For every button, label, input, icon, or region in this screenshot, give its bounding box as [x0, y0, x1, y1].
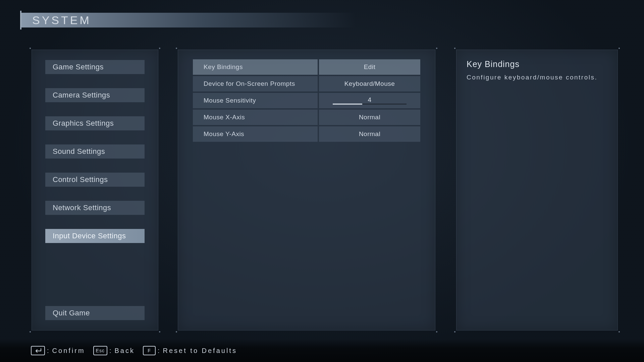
- page-title: SYSTEM: [32, 14, 91, 27]
- sidebar-item-label: Game Settings: [53, 63, 104, 71]
- sidebar-item-label: Network Settings: [53, 203, 111, 212]
- hint-action: Confirm: [52, 347, 85, 355]
- setting-label: Mouse Y-Axis: [193, 126, 318, 142]
- setting-value[interactable]: Keyboard/Mouse: [319, 76, 420, 92]
- setting-value[interactable]: Edit: [319, 59, 420, 75]
- enter-key-icon: [31, 346, 45, 355]
- setting-value[interactable]: 4: [319, 93, 420, 108]
- sidebar-item-game-settings[interactable]: Game Settings: [45, 60, 145, 74]
- setting-value-text: Keyboard/Mouse: [344, 80, 395, 87]
- sidebar-item-control-settings[interactable]: Control Settings: [45, 173, 145, 187]
- setting-value-text: Normal: [359, 114, 380, 121]
- description-title: Key Bindings: [467, 59, 607, 69]
- sidebar-item-label: Control Settings: [53, 175, 108, 184]
- footer-hints: :ConfirmEsc:BackF:Reset to Defaults: [0, 339, 644, 362]
- slider-value: 4: [333, 96, 407, 104]
- setting-label: Device for On-Screen Prompts: [193, 76, 318, 92]
- setting-row-mouse-sensitivity: Mouse Sensitivity4: [193, 93, 420, 108]
- setting-row-mouse-x-axis: Mouse X-AxisNormal: [193, 110, 420, 125]
- setting-value-text: Normal: [359, 130, 380, 138]
- esc-key-icon: Esc: [93, 346, 107, 355]
- setting-label: Mouse Sensitivity: [193, 93, 318, 108]
- quit-game-button[interactable]: Quit Game: [45, 306, 145, 320]
- setting-row-device-for-on-screen-prompts: Device for On-Screen PromptsKeyboard/Mou…: [193, 76, 420, 92]
- sidebar-item-sound-settings[interactable]: Sound Settings: [45, 144, 145, 159]
- setting-value-text: Edit: [364, 63, 376, 71]
- sidebar-item-graphics-settings[interactable]: Graphics Settings: [45, 116, 145, 130]
- sidebar-item-input-device-settings[interactable]: Input Device Settings: [45, 229, 145, 243]
- setting-row-mouse-y-axis: Mouse Y-AxisNormal: [193, 126, 420, 142]
- header: SYSTEM: [20, 13, 631, 27]
- hint-action: Reset to Defaults: [163, 347, 237, 355]
- settings-panel: Key BindingsEditDevice for On-Screen Pro…: [178, 50, 435, 330]
- setting-label: Key Bindings: [193, 59, 318, 75]
- sidebar-panel: Game SettingsCamera SettingsGraphics Set…: [32, 50, 158, 330]
- sidebar-item-label: Input Device Settings: [53, 232, 126, 240]
- sidebar-item-camera-settings[interactable]: Camera Settings: [45, 88, 145, 102]
- description-body: Configure keyboard/mouse controls.: [467, 74, 607, 81]
- f-key-icon: F: [143, 346, 156, 355]
- description-panel: Key Bindings Configure keyboard/mouse co…: [456, 50, 618, 330]
- hint-action: Back: [114, 347, 135, 355]
- setting-value[interactable]: Normal: [319, 110, 420, 125]
- sidebar-item-network-settings[interactable]: Network Settings: [45, 201, 145, 215]
- header-bar: SYSTEM: [20, 13, 631, 27]
- quit-game-label: Quit Game: [53, 309, 90, 317]
- setting-row-key-bindings: Key BindingsEdit: [193, 59, 420, 75]
- hint-reset-to-defaults: F:Reset to Defaults: [143, 346, 237, 355]
- setting-label: Mouse X-Axis: [193, 110, 318, 125]
- hint-confirm: :Confirm: [31, 346, 85, 355]
- hint-back: Esc:Back: [93, 346, 135, 355]
- sidebar-item-label: Sound Settings: [53, 147, 105, 156]
- sidebar-item-label: Graphics Settings: [53, 119, 114, 128]
- sidebar-item-label: Camera Settings: [53, 91, 110, 100]
- setting-value[interactable]: Normal: [319, 126, 420, 142]
